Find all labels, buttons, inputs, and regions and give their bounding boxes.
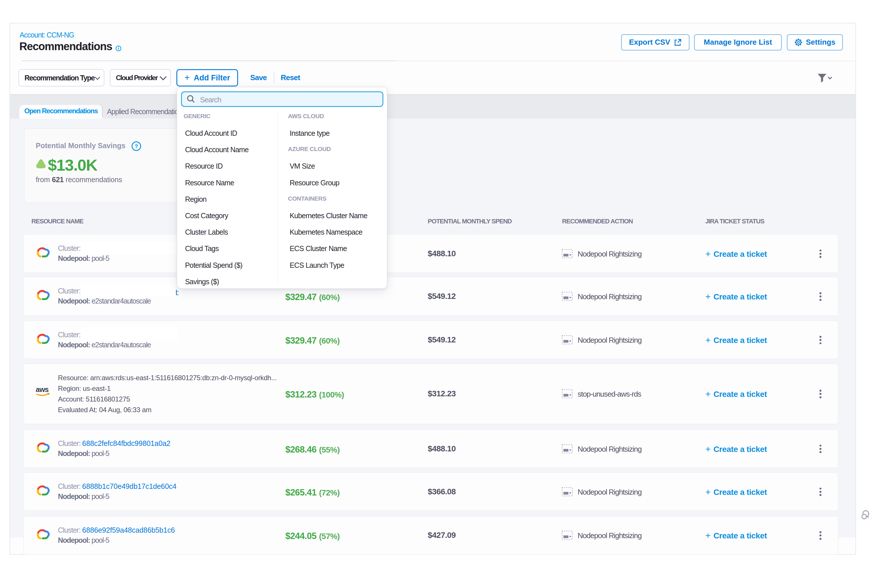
svg-text:aws: aws <box>36 386 48 393</box>
svg-text:?: ? <box>135 143 138 149</box>
